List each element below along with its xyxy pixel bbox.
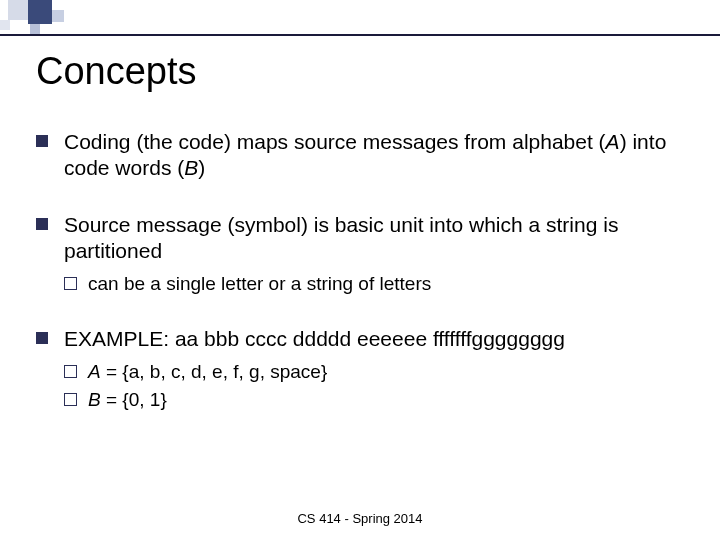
bullet-text: can be a single letter or a string of le… [88, 273, 431, 294]
slide-title: Concepts [36, 50, 690, 93]
sub-list: can be a single letter or a string of le… [64, 272, 690, 296]
bullet-text: ) [198, 156, 205, 179]
bullet-text: EXAMPLE: aa bbb cccc ddddd eeeeee ffffff… [64, 327, 565, 350]
list-item: B = {0, 1} [64, 388, 690, 412]
sub-list: A = {a, b, c, d, e, f, g, space} B = {0,… [64, 360, 690, 412]
bullet-text: Source message (symbol) is basic unit in… [64, 213, 618, 262]
slide-content: Concepts Coding (the code) maps source m… [36, 50, 690, 500]
corner-decoration [0, 0, 140, 34]
title-rule [0, 34, 720, 36]
var-a: A [606, 130, 620, 153]
var-a: A [88, 361, 101, 382]
var-b: B [184, 156, 198, 179]
bullet-text: = {0, 1} [101, 389, 167, 410]
bullet-text: Coding (the code) maps source messages f… [64, 130, 606, 153]
list-item: EXAMPLE: aa bbb cccc ddddd eeeeee ffffff… [36, 326, 690, 412]
bullet-list: Coding (the code) maps source messages f… [36, 129, 690, 412]
list-item: Coding (the code) maps source messages f… [36, 129, 690, 182]
list-item: can be a single letter or a string of le… [64, 272, 690, 296]
slide-footer: CS 414 - Spring 2014 [0, 511, 720, 526]
bullet-text: = {a, b, c, d, e, f, g, space} [101, 361, 328, 382]
list-item: A = {a, b, c, d, e, f, g, space} [64, 360, 690, 384]
var-b: B [88, 389, 101, 410]
list-item: Source message (symbol) is basic unit in… [36, 212, 690, 296]
